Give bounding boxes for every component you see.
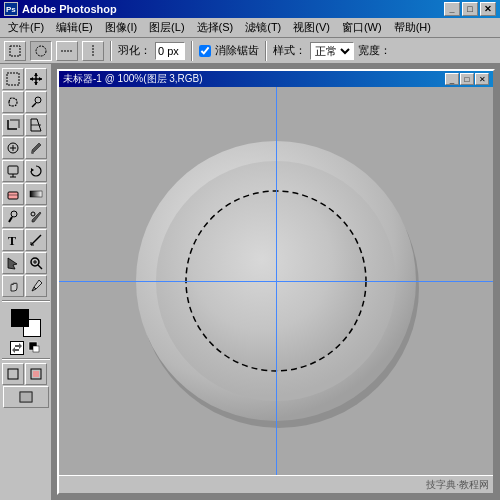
maximize-button[interactable]: □ [462, 2, 478, 16]
default-colors-icon[interactable] [28, 341, 42, 355]
svg-point-30 [31, 212, 35, 216]
swap-color-icon[interactable] [10, 341, 24, 355]
svg-marker-10 [34, 82, 38, 85]
path-select-tool[interactable] [2, 252, 24, 274]
svg-point-20 [31, 151, 34, 154]
magic-wand-tool[interactable] [25, 91, 47, 113]
style-select[interactable]: 正常 [310, 42, 354, 60]
separator-1 [110, 41, 112, 61]
screen-mode[interactable] [3, 386, 49, 408]
brush-tool[interactable] [25, 137, 47, 159]
color-area [2, 309, 49, 355]
document-title-bar: 未标器-1 @ 100%(图层 3,RGB) _ □ ✕ [59, 71, 493, 87]
history-tool[interactable] [25, 160, 47, 182]
doc-minimize-btn[interactable]: _ [445, 73, 459, 85]
heal-tool[interactable] [2, 137, 24, 159]
color-boxes [11, 309, 41, 337]
svg-text:T: T [8, 234, 16, 247]
ellipse-marquee-btn[interactable] [30, 41, 52, 61]
menu-view[interactable]: 视图(V) [287, 18, 336, 37]
menu-file[interactable]: 文件(F) [2, 18, 50, 37]
measure-tool[interactable] [25, 229, 47, 251]
antialias-checkbox[interactable] [199, 45, 211, 57]
svg-point-13 [35, 97, 41, 103]
marquee-tool[interactable] [2, 68, 24, 90]
foreground-color[interactable] [11, 309, 29, 327]
gradient-tool[interactable] [25, 183, 47, 205]
app-icon: Ps [4, 2, 18, 16]
watermark: 技字典·教程网 [59, 475, 493, 493]
svg-line-32 [31, 235, 41, 245]
tool-row-9 [2, 252, 49, 274]
svg-rect-6 [7, 73, 19, 85]
document-canvas [59, 87, 493, 475]
close-button[interactable]: ✕ [480, 2, 496, 16]
document-title: 未标器-1 @ 100%(图层 3,RGB) [63, 72, 203, 86]
crop-tool[interactable] [2, 114, 24, 136]
pen-tool[interactable] [25, 206, 47, 228]
lasso-tool[interactable] [2, 91, 24, 113]
watermark-text: 技字典·教程网 [426, 478, 489, 492]
svg-rect-21 [8, 166, 18, 174]
svg-point-28 [11, 211, 17, 217]
doc-title-controls: _ □ ✕ [445, 73, 489, 85]
minimize-button[interactable]: _ [444, 2, 460, 16]
screen-mode-row [2, 386, 49, 408]
standard-mode[interactable] [2, 363, 24, 385]
menu-filter[interactable]: 滤镜(T) [239, 18, 287, 37]
move-tool[interactable] [25, 68, 47, 90]
row-marquee-btn[interactable] [56, 41, 78, 61]
svg-line-36 [38, 265, 42, 269]
svg-rect-43 [33, 371, 39, 377]
svg-marker-12 [39, 77, 42, 81]
feather-input[interactable] [155, 42, 185, 60]
title-bar-controls: _ □ ✕ [444, 2, 496, 16]
col-marquee-btn[interactable] [82, 41, 104, 61]
canvas-area: 未标器-1 @ 100%(图层 3,RGB) _ □ ✕ [52, 64, 500, 500]
options-bar: 羽化： 消除锯齿 样式： 正常 宽度： [0, 38, 500, 64]
tool-row-10 [2, 275, 49, 297]
tool-row-4 [2, 137, 49, 159]
menu-select[interactable]: 选择(S) [191, 18, 240, 37]
rect-marquee-btn[interactable] [4, 41, 26, 61]
main-area: T [0, 64, 500, 500]
svg-rect-25 [8, 192, 18, 199]
dodge-tool[interactable] [2, 206, 24, 228]
menu-window[interactable]: 窗口(W) [336, 18, 388, 37]
svg-text:Ps: Ps [6, 5, 16, 14]
tool-separator [2, 300, 50, 302]
menu-layer[interactable]: 图层(L) [143, 18, 190, 37]
tool-row-5 [2, 160, 49, 182]
hand-tool[interactable] [2, 275, 24, 297]
svg-rect-27 [30, 191, 42, 197]
stamp-tool[interactable] [2, 160, 24, 182]
menu-help[interactable]: 帮助(H) [388, 18, 437, 37]
feather-label: 羽化： [118, 43, 151, 58]
separator-2 [191, 41, 193, 61]
text-tool[interactable]: T [2, 229, 24, 251]
slice-tool[interactable] [25, 114, 47, 136]
style-label: 样式： [273, 43, 306, 58]
antialias-label: 消除锯齿 [215, 43, 259, 58]
width-label: 宽度： [358, 43, 391, 58]
quick-mask-mode[interactable] [25, 363, 47, 385]
svg-line-14 [32, 103, 36, 107]
tool-row-2 [2, 91, 49, 113]
doc-close-btn[interactable]: ✕ [475, 73, 489, 85]
svg-marker-24 [31, 168, 34, 172]
doc-restore-btn[interactable]: □ [460, 73, 474, 85]
svg-rect-40 [33, 346, 39, 352]
document-window: 未标器-1 @ 100%(图层 3,RGB) _ □ ✕ [57, 69, 495, 495]
eraser-tool[interactable] [2, 183, 24, 205]
toolbox: T [0, 64, 52, 500]
menu-image[interactable]: 图像(I) [99, 18, 143, 37]
tool-row-6 [2, 183, 49, 205]
eyedropper-tool[interactable] [25, 275, 47, 297]
zoom-tool[interactable] [25, 252, 47, 274]
svg-point-3 [36, 46, 46, 56]
svg-rect-41 [8, 369, 18, 379]
menu-edit[interactable]: 编辑(E) [50, 18, 99, 37]
mode-separator [2, 358, 50, 360]
tool-row-3 [2, 114, 49, 136]
mode-row [2, 363, 49, 385]
